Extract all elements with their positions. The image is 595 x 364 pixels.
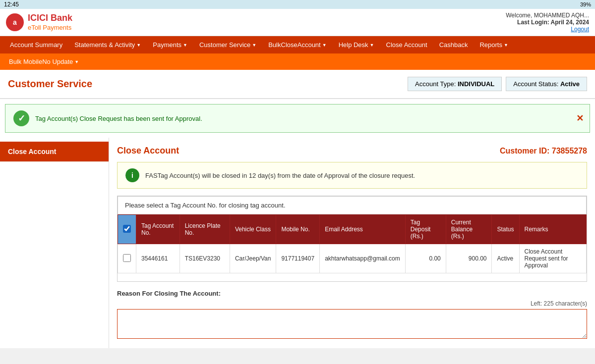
logo-area: a ICICI Bank eToll Payments: [6, 13, 72, 31]
welcome-text: Welcome, MOHAMMED AQH...: [506, 12, 589, 19]
chevron-down-icon: ▼: [136, 43, 141, 48]
alert-message: Tag Account(s) Close Request has been se…: [35, 115, 202, 122]
row-licence-plate: TS16EV3230: [179, 244, 230, 273]
nav-help-desk[interactable]: Help Desk ▼: [333, 36, 380, 53]
status-right: 39%: [580, 1, 591, 7]
info-message: FASTag Account(s) will be closed in 12 d…: [145, 172, 415, 179]
reason-label: Reason For Closing The Account:: [117, 290, 587, 297]
table-wrapper: Please select a Tag Account No. for clos…: [117, 196, 587, 282]
table-instruction: Please select a Tag Account No. for clos…: [118, 196, 587, 214]
chevron-down-icon: ▼: [74, 59, 79, 64]
logout-link[interactable]: Logout: [506, 26, 589, 33]
account-status-box: Account Status: Active: [506, 77, 587, 91]
reason-section: Reason For Closing The Account: Left: 22…: [117, 290, 587, 340]
status-time: 12:45: [4, 1, 19, 8]
cs-header: Customer Service Account Type: INDIVIDUA…: [0, 70, 595, 99]
account-type-value: INDIVIDUAL: [458, 80, 494, 88]
row-status: Active: [492, 244, 519, 273]
row-remarks: Close Account Request sent for Approval: [519, 244, 586, 273]
nav-statements[interactable]: Statements & Activity ▼: [68, 36, 147, 53]
sub-nav-bulk-mobile[interactable]: Bulk MobileNo Update ▼: [4, 55, 84, 68]
customer-id: Customer ID: 73855278: [500, 147, 587, 156]
nav-bar: Account Summary Statements & Activity ▼ …: [0, 36, 595, 53]
nav-close-account[interactable]: Close Account: [380, 36, 433, 53]
bank-name: ICICI Bank: [28, 13, 72, 24]
cs-info: Account Type: INDIVIDUAL Account Status:…: [408, 77, 587, 91]
sub-name: eToll Payments: [28, 24, 72, 32]
nav-customer-service[interactable]: Customer Service ▼: [193, 36, 262, 53]
row-deposit: 0.00: [405, 244, 446, 273]
table-header-vehicle: Vehicle Class: [230, 215, 276, 244]
sidebar: Close Account: [0, 138, 109, 348]
row-tag-account: 35446161: [136, 244, 180, 273]
info-box: i FASTag Account(s) will be closed in 12…: [117, 162, 587, 189]
char-count: Left: 225 character(s): [117, 300, 587, 307]
logo-icon: a: [6, 13, 24, 31]
table-header-balance: Current Balance (Rs.): [446, 215, 492, 244]
table-header-mobile: Mobile No.: [276, 215, 320, 244]
table-header-status: Status: [492, 215, 519, 244]
nav-account-summary[interactable]: Account Summary: [4, 36, 68, 53]
accounts-table: Tag Account No. Licence Plate No. Vehicl…: [118, 214, 587, 273]
reason-textarea[interactable]: [117, 309, 587, 339]
table-header-tag-account: Tag Account No.: [136, 215, 180, 244]
table-header-deposit: Tag Deposit (Rs.): [405, 215, 446, 244]
logo-text: ICICI Bank eToll Payments: [28, 13, 72, 31]
body-layout: Close Account Close Account Customer ID:…: [0, 138, 595, 348]
info-icon: i: [125, 168, 139, 182]
check-icon: ✓: [13, 110, 29, 126]
content-area: Close Account Customer ID: 73855278 i FA…: [109, 138, 595, 348]
chevron-down-icon: ▼: [370, 43, 374, 48]
content-title: Close Account: [117, 146, 179, 156]
content-header: Close Account Customer ID: 73855278: [117, 146, 587, 156]
header: a ICICI Bank eToll Payments Welcome, MOH…: [0, 9, 595, 36]
chevron-down-icon: ▼: [252, 43, 256, 48]
cs-title: Customer Service: [8, 78, 92, 90]
table-header-checkbox: [118, 215, 136, 244]
table-header-remarks: Remarks: [519, 215, 586, 244]
chevron-down-icon: ▼: [504, 43, 508, 48]
nav-reports[interactable]: Reports ▼: [474, 36, 514, 53]
chevron-down-icon: ▼: [183, 43, 187, 48]
header-right: Welcome, MOHAMMED AQH... Last Login: Apr…: [506, 12, 589, 33]
nav-payments[interactable]: Payments ▼: [147, 36, 193, 53]
table-header-email: Email Address: [320, 215, 406, 244]
account-status-value: Active: [560, 80, 580, 88]
sidebar-item-close-account[interactable]: Close Account: [0, 142, 109, 162]
sub-nav: Bulk MobileNo Update ▼: [0, 53, 595, 70]
row-checkbox[interactable]: [123, 254, 131, 262]
battery-indicator: 39%: [580, 1, 591, 7]
last-login: Last Login: April 24, 2024: [506, 19, 589, 26]
main-content: Customer Service Account Type: INDIVIDUA…: [0, 70, 595, 348]
table-row: 35446161 TS16EV3230 Car/Jeep/Van 9177119…: [118, 244, 587, 273]
row-checkbox-cell: [118, 244, 136, 273]
nav-cashback[interactable]: Cashback: [433, 36, 474, 53]
row-email: akhtarwhatsapp@gmail.com: [320, 244, 406, 273]
row-vehicle-class: Car/Jeep/Van: [230, 244, 276, 273]
nav-bulk-close[interactable]: BulkCloseAccount ▼: [262, 36, 332, 53]
row-balance: 900.00: [446, 244, 492, 273]
status-bar: 12:45 39%: [0, 0, 595, 9]
account-type-box: Account Type: INDIVIDUAL: [408, 77, 502, 91]
close-icon[interactable]: ✕: [576, 113, 584, 124]
chevron-down-icon: ▼: [322, 43, 327, 48]
success-alert: ✓ Tag Account(s) Close Request has been …: [5, 104, 590, 133]
table-header-licence: Licence Plate No.: [179, 215, 230, 244]
select-all-checkbox[interactable]: [123, 225, 131, 233]
row-mobile: 9177119407: [276, 244, 320, 273]
